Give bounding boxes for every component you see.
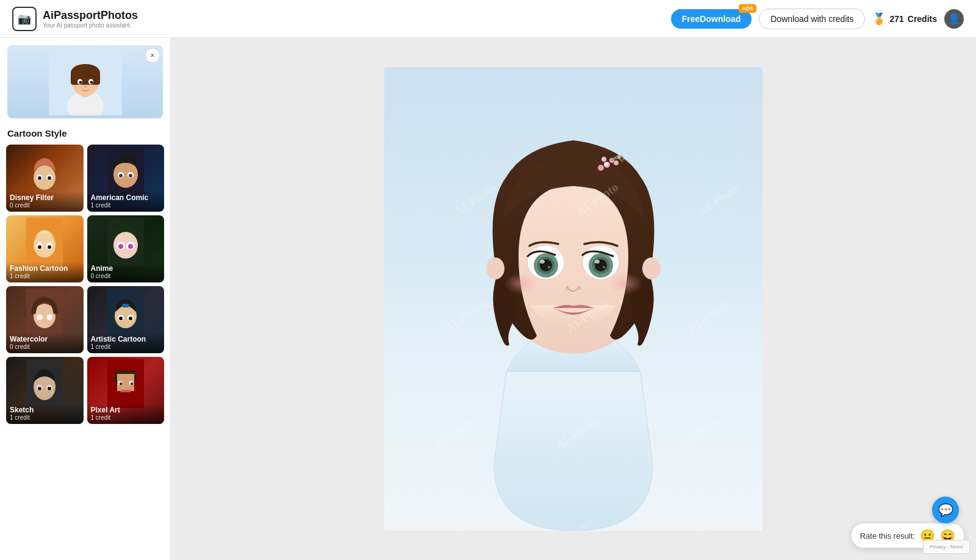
cartoon-girl-svg: AI-Photo AI-Photo AI-Photo AI-Photo AI-P…: [384, 67, 762, 531]
style-label-sketch: Sketch1 credit: [6, 403, 84, 424]
style-credit-anime: 0 credit: [91, 273, 161, 279]
style-credit-fashion: 1 credit: [10, 273, 80, 279]
credits-label: Credits: [908, 14, 937, 24]
style-name-american: American Comic: [91, 193, 161, 202]
svg-point-26: [38, 245, 41, 249]
style-card-pixel[interactable]: Pixel Art1 credit: [87, 357, 165, 424]
style-credit-watercolor: 0 credit: [10, 343, 80, 350]
svg-point-9: [90, 81, 93, 84]
svg-point-87: [504, 273, 539, 295]
svg-point-77: [540, 260, 545, 264]
app-header: 📷 AiPassportPhotos Your AI passport phot…: [0, 0, 976, 38]
svg-point-88: [608, 273, 642, 295]
svg-point-64: [598, 165, 604, 171]
style-name-watercolor: Watercolor: [10, 335, 80, 343]
style-name-artistic: Artistic Cartoon: [91, 335, 161, 343]
recaptcha-text: Privacy - Terms: [930, 544, 963, 550]
main-layout: × Cartoon Style Disney Filter0 creditAme…: [0, 38, 976, 560]
generated-image-container: AI-Photo AI-Photo AI-Photo AI-Photo AI-P…: [384, 67, 762, 531]
download-credits-button[interactable]: Download with credits: [759, 9, 865, 29]
svg-point-36: [37, 314, 43, 320]
uploaded-photo-container: ×: [7, 45, 163, 118]
svg-point-85: [565, 287, 569, 290]
svg-point-72: [642, 257, 661, 279]
style-credit-artistic: 1 credit: [91, 343, 161, 350]
user-avatar[interactable]: 👤: [944, 9, 964, 29]
svg-point-70: [617, 155, 621, 159]
style-face-anime: [87, 215, 165, 269]
style-name-fashion: Fashion Cartoon: [10, 264, 80, 273]
credits-count: 271: [889, 14, 903, 24]
svg-point-21: [129, 174, 132, 178]
style-card-artistic[interactable]: Artistic Cartoon1 credit: [87, 286, 165, 353]
svg-point-78: [548, 266, 550, 268]
style-card-anime[interactable]: Anime0 credit: [87, 215, 165, 282]
style-credit-pixel: 1 credit: [91, 414, 161, 421]
svg-point-71: [486, 257, 504, 279]
style-credit-american: 1 credit: [91, 202, 161, 209]
svg-rect-55: [134, 374, 137, 381]
style-face-pixel: [87, 357, 165, 411]
svg-rect-5: [71, 73, 100, 85]
style-label-watercolor: Watercolor0 credit: [6, 332, 84, 353]
uploaded-photo: [7, 45, 163, 118]
logo-area: 📷 AiPassportPhotos Your AI passport phot…: [12, 7, 138, 31]
credits-display: 🏅 271 Credits: [872, 12, 937, 26]
logo-icon: 📷: [12, 7, 37, 31]
svg-point-49: [38, 387, 41, 390]
style-credit-disney: 0 credit: [10, 202, 80, 209]
style-credit-sketch: 1 credit: [10, 414, 80, 421]
style-card-disney[interactable]: Disney Filter0 credit: [6, 145, 84, 212]
logo-text: AiPassportPhotos Your AI passport photo …: [43, 9, 138, 29]
svg-point-84: [603, 266, 605, 268]
svg-rect-40: [122, 304, 129, 307]
style-grid: Disney Filter0 creditAmerican Comic1 cre…: [0, 145, 170, 431]
style-label-american: American Comic1 credit: [87, 191, 165, 212]
style-face-watercolor: [6, 286, 84, 340]
chat-button[interactable]: 💬: [932, 497, 959, 523]
svg-point-37: [46, 314, 52, 320]
svg-point-67: [601, 157, 606, 162]
svg-rect-53: [116, 370, 135, 374]
free-download-button[interactable]: ADS FreeDownload: [671, 9, 752, 29]
style-card-fashion[interactable]: Fashion Cartoon1 credit: [6, 215, 84, 282]
svg-point-83: [595, 260, 600, 264]
main-content: ◀: [171, 38, 976, 560]
style-face-disney: [6, 145, 84, 198]
svg-rect-58: [120, 382, 122, 385]
style-label-anime: Anime0 credit: [87, 262, 165, 282]
generated-image: AI-Photo AI-Photo AI-Photo AI-Photo AI-P…: [384, 67, 762, 531]
style-face-american: [87, 145, 165, 198]
style-label-artistic: Artistic Cartoon1 credit: [87, 332, 165, 353]
style-name-disney: Disney Filter: [10, 193, 80, 202]
uploaded-photo-illustration: [49, 48, 122, 115]
recaptcha-badge: Privacy - Terms: [923, 540, 970, 554]
style-card-watercolor[interactable]: Watercolor0 credit: [6, 286, 84, 353]
svg-point-43: [119, 317, 123, 320]
svg-point-27: [48, 245, 51, 249]
app-title: AiPassportPhotos: [43, 9, 138, 22]
style-label-disney: Disney Filter0 credit: [6, 191, 84, 212]
style-card-american[interactable]: American Comic1 credit: [87, 145, 165, 212]
style-face-artistic: [87, 286, 165, 340]
sidebar: × Cartoon Style Disney Filter0 creditAme…: [0, 38, 171, 560]
svg-point-69: [614, 160, 619, 165]
style-name-pixel: Pixel Art: [91, 406, 161, 414]
svg-point-10: [84, 86, 87, 88]
svg-point-86: [578, 287, 581, 290]
svg-rect-59: [131, 382, 133, 385]
header-actions: ADS FreeDownload Download with credits 🏅…: [671, 9, 964, 29]
style-label-fashion: Fashion Cartoon1 credit: [6, 262, 84, 282]
app-subtitle: Your AI passport photo assistant.: [43, 22, 138, 29]
style-card-sketch[interactable]: Sketch1 credit: [6, 357, 84, 424]
style-name-sketch: Sketch: [10, 406, 80, 414]
ads-badge: ADS: [739, 4, 756, 13]
close-upload-button[interactable]: ×: [146, 49, 159, 62]
svg-point-44: [129, 317, 132, 320]
svg-rect-60: [121, 390, 131, 392]
style-face-fashion: [6, 215, 84, 269]
svg-point-8: [79, 81, 82, 84]
svg-point-20: [119, 174, 123, 178]
svg-point-32: [118, 244, 123, 249]
credits-icon: 🏅: [872, 12, 886, 26]
